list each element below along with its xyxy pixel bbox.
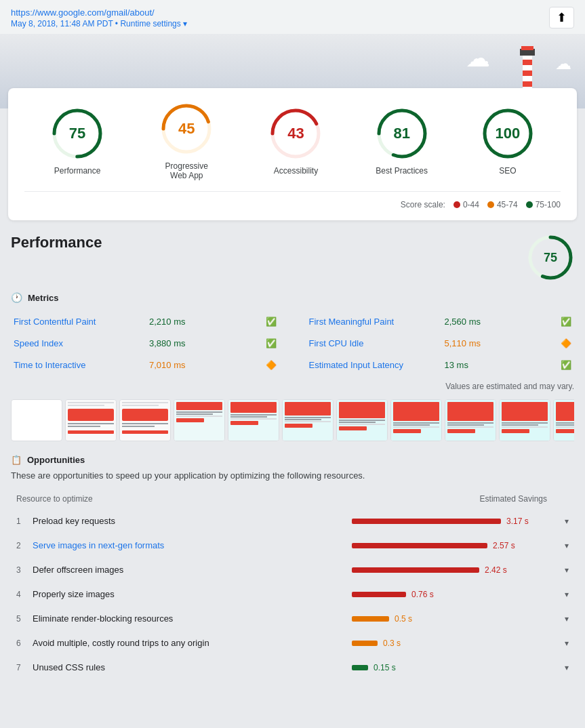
opportunity-row[interactable]: 7 Unused CSS rules 0.15 s ▾	[11, 655, 574, 680]
score-value-seo: 100	[495, 125, 520, 142]
share-button[interactable]: ⬆	[549, 7, 574, 28]
url-link[interactable]: https://www.google.com/gmail/about/	[11, 7, 187, 18]
header-meta: May 8, 2018, 11:48 AM PDT • Runtime sett…	[11, 19, 187, 28]
opportunity-row[interactable]: 3 Defer offscreen images 2.42 s ▾	[11, 558, 574, 582]
score-item-seo[interactable]: 100 SEO	[481, 106, 535, 176]
score-card: 75 Performance 45 Progressive Web App 43…	[8, 88, 577, 220]
metric-tti-value: 7,010 ms	[146, 355, 263, 376]
opportunity-row[interactable]: 1 Preload key requests 3.17 s ▾	[11, 509, 574, 533]
metrics-row-1: First Contentful Paint 2,210 ms ✅ First …	[11, 311, 574, 333]
score-label-pwa: Progressive Web App	[156, 161, 217, 180]
cloud-icon-2: ☁	[555, 54, 571, 73]
opp-name: Eliminate render-blocking resources	[33, 613, 352, 624]
col-resource-label: Resource to optimize	[16, 494, 365, 504]
opp-num: 5	[16, 614, 33, 624]
score-label-best-practices: Best Practices	[376, 166, 428, 176]
scale-range-red: 0-44	[463, 200, 479, 209]
opp-name: Preload key requests	[33, 516, 352, 526]
film-frame-2	[119, 399, 171, 441]
opp-bar	[352, 519, 501, 524]
metric-fci-value: 5,110 ms	[442, 333, 559, 355]
opp-name: Unused CSS rules	[33, 662, 352, 672]
svg-rect-3	[523, 76, 532, 81]
opportunity-row[interactable]: 5 Eliminate render-blocking resources 0.…	[11, 607, 574, 631]
opp-savings: 0.3 s	[383, 639, 401, 648]
opportunities-header: 📋 Opportunities	[11, 455, 574, 465]
opp-num: 7	[16, 663, 33, 672]
opportunities-title: Opportunities	[27, 455, 85, 465]
score-circle-seo: 100	[481, 106, 535, 161]
score-circle-best-practices: 81	[375, 106, 429, 161]
score-item-accessibility[interactable]: 43 Accessibility	[268, 106, 323, 176]
score-circle-accessibility: 43	[268, 106, 323, 161]
film-frame-8	[445, 399, 496, 441]
svg-rect-0	[523, 54, 532, 92]
metric-fcp-name[interactable]: First Contentful Paint	[11, 311, 146, 333]
opp-savings: 2.42 s	[485, 565, 507, 575]
metric-fmp-value: 2,560 ms	[442, 311, 559, 333]
metrics-row-3: Time to Interactive 7,010 ms 🔶 Estimated…	[11, 355, 574, 376]
metric-tti-name[interactable]: Time to Interactive	[11, 355, 146, 376]
metrics-label: Metrics	[28, 293, 59, 303]
scores-row: 75 Performance 45 Progressive Web App 43…	[24, 102, 561, 180]
svg-rect-6	[521, 46, 533, 50]
scale-item-orange: 45-74	[487, 200, 518, 209]
opp-bar	[352, 665, 368, 670]
col-savings-label: Estimated Savings	[365, 494, 569, 504]
performance-title: Performance	[11, 234, 102, 251]
opp-num: 6	[16, 639, 33, 648]
film-frame-4	[228, 399, 279, 441]
film-frame-5	[282, 399, 334, 441]
metric-fmp-name[interactable]: First Meaningful Paint	[306, 311, 442, 333]
score-circle-pwa: 45	[159, 102, 214, 156]
opp-num: 1	[16, 517, 33, 526]
url-anchor[interactable]: https://www.google.com/gmail/about/	[11, 7, 155, 18]
metric-fci-name[interactable]: First CPU Idle	[306, 333, 442, 355]
score-value-performance: 75	[69, 125, 85, 142]
scale-dot-red	[453, 201, 460, 208]
metrics-row-2: Speed Index 3,880 ms ✅ First CPU Idle 5,…	[11, 333, 574, 355]
opp-name: Defer offscreen images	[33, 565, 352, 575]
metric-eil-name[interactable]: Estimated Input Latency	[306, 355, 442, 376]
runtime-chevron[interactable]: ▾	[183, 19, 187, 28]
scale-range-green: 75-100	[536, 200, 561, 209]
opp-bar	[352, 592, 406, 597]
score-scale-label: Score scale:	[401, 200, 445, 209]
header-left: https://www.google.com/gmail/about/ May …	[11, 7, 187, 28]
score-item-best-practices[interactable]: 81 Best Practices	[375, 106, 429, 176]
opportunity-row[interactable]: 4 Properly size images 0.76 s ▾	[11, 582, 574, 607]
opp-name[interactable]: Serve images in next-gen formats	[33, 540, 352, 550]
metric-si-name[interactable]: Speed Index	[11, 333, 146, 355]
opp-bar-container: 0.5 s	[352, 614, 555, 624]
filmstrip	[11, 399, 574, 441]
opp-bar	[352, 641, 378, 646]
opp-expand-chevron[interactable]: ▾	[555, 517, 569, 526]
opp-bar-container: 2.42 s	[352, 565, 555, 575]
opp-expand-chevron[interactable]: ▾	[555, 614, 569, 624]
header: https://www.google.com/gmail/about/ May …	[0, 0, 585, 34]
svg-rect-2	[523, 65, 532, 70]
estimated-note: Values are estimated and may vary.	[11, 382, 574, 391]
opp-expand-chevron[interactable]: ▾	[555, 565, 569, 575]
score-item-performance[interactable]: 75 Performance	[50, 106, 104, 176]
opp-bar-container: 0.3 s	[352, 639, 555, 648]
opp-bar-container: 0.76 s	[352, 590, 555, 599]
opp-expand-chevron[interactable]: ▾	[555, 541, 569, 550]
opportunity-row[interactable]: 2 Serve images in next-gen formats 2.57 …	[11, 533, 574, 558]
opp-name: Properly size images	[33, 589, 352, 599]
opportunity-row[interactable]: 6 Avoid multiple, costly round trips to …	[11, 631, 574, 655]
film-frame-7	[390, 399, 442, 441]
film-frame-6	[336, 399, 388, 441]
opp-expand-chevron[interactable]: ▾	[555, 590, 569, 599]
film-frame-0	[11, 399, 62, 441]
opp-num: 3	[16, 565, 33, 575]
clock-icon: 🕐	[11, 292, 22, 303]
metric-fci-status: 🔶	[558, 333, 574, 355]
performance-score-value: 75	[544, 251, 557, 265]
score-item-pwa[interactable]: 45 Progressive Web App	[156, 102, 217, 180]
opp-expand-chevron[interactable]: ▾	[555, 663, 569, 672]
opportunities-description: These are opportunities to speed up your…	[11, 470, 574, 481]
metrics-header: 🕐 Metrics	[11, 292, 574, 303]
opp-savings: 0.76 s	[411, 590, 434, 599]
opp-expand-chevron[interactable]: ▾	[555, 639, 569, 648]
